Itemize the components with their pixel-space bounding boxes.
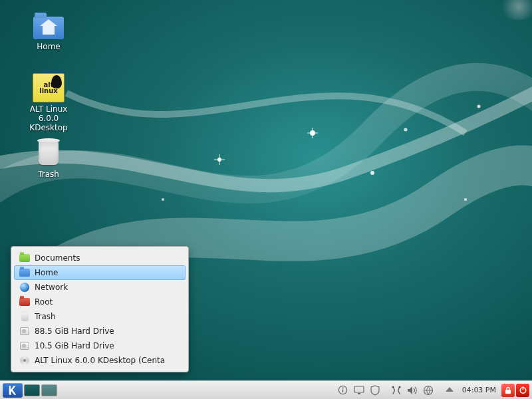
places-item-root[interactable]: Root: [14, 295, 186, 309]
svg-rect-15: [358, 393, 360, 394]
places-item-label: Trash: [35, 312, 56, 321]
svg-point-17: [398, 386, 400, 388]
desktop-icon-label: Trash: [19, 170, 78, 180]
optical-disc-icon: [19, 355, 30, 366]
kde-logo-icon: [7, 384, 19, 396]
places-item-hdd1[interactable]: 88.5 GiB Hard Drive: [14, 324, 186, 338]
volume-icon[interactable]: [405, 384, 420, 397]
lock-screen-button[interactable]: [501, 384, 515, 397]
folder-blue-icon: [19, 267, 30, 278]
trash-icon: [19, 311, 30, 322]
places-item-label: 88.5 GiB Hard Drive: [35, 327, 114, 336]
places-item-label: ALT Linux 6.0.0 KDesktop (Centa: [35, 356, 165, 365]
folder-green-icon: [19, 253, 30, 263]
places-popup: Documents Home Network Root Trash 88.5 G…: [11, 246, 189, 372]
places-item-label: 10.5 GiB Hard Drive: [35, 341, 114, 350]
places-item-disc[interactable]: ALT Linux 6.0.0 KDesktop (Centa: [14, 353, 186, 368]
svg-rect-19: [505, 390, 511, 394]
svg-point-13: [342, 388, 344, 389]
pager-desktop-2[interactable]: [41, 384, 57, 396]
places-item-label: Root: [35, 297, 53, 307]
corner-cashew[interactable]: [499, 0, 532, 20]
desktop-icon-altlinux[interactable]: alt linux ALT Linux 6.0.0 KDesktop: [19, 72, 78, 132]
svg-point-16: [392, 386, 394, 388]
show-desktop-icon[interactable]: [442, 384, 457, 397]
lock-icon: [504, 386, 512, 394]
svg-point-6: [477, 105, 481, 108]
desktop-icon-label: ALT Linux 6.0.0 KDesktop: [19, 105, 78, 132]
places-item-home[interactable]: Home: [14, 265, 186, 280]
info-icon[interactable]: [336, 384, 350, 397]
svg-point-2: [370, 171, 374, 175]
hdd-icon: [19, 340, 30, 351]
pager-desktop-1[interactable]: [24, 384, 40, 396]
svg-point-1: [310, 130, 315, 136]
svg-point-5: [162, 198, 164, 201]
network-icon[interactable]: [421, 384, 436, 397]
power-icon: [519, 386, 527, 394]
clock[interactable]: 04:03 PM: [458, 386, 500, 394]
places-item-trash[interactable]: Trash: [14, 309, 186, 324]
desktop[interactable]: Home alt linux ALT Linux 6.0.0 KDesktop …: [0, 0, 532, 399]
places-item-label: Network: [35, 283, 68, 292]
places-item-network[interactable]: Network: [14, 280, 186, 295]
places-item-label: Documents: [35, 253, 80, 263]
alt-badge-line2: linux: [39, 88, 58, 94]
desktop-icon-home[interactable]: Home: [19, 9, 78, 52]
taskbar: 04:03 PM: [0, 380, 532, 399]
globe-icon: [19, 282, 30, 293]
clipboard-icon[interactable]: [389, 384, 404, 397]
svg-point-3: [404, 128, 408, 132]
security-icon[interactable]: [368, 384, 382, 397]
svg-rect-14: [354, 386, 364, 392]
display-icon[interactable]: [352, 384, 366, 397]
kmenu-button[interactable]: [3, 383, 23, 398]
logout-button[interactable]: [516, 384, 529, 397]
desktop-icon-label: Home: [19, 43, 78, 52]
places-item-documents[interactable]: Documents: [14, 251, 186, 265]
hdd-icon: [19, 326, 30, 336]
desktop-icon-trash[interactable]: Trash: [19, 137, 78, 180]
folder-red-icon: [19, 297, 30, 307]
svg-rect-12: [342, 390, 344, 392]
altlinux-icon: alt linux: [33, 72, 65, 104]
svg-rect-21: [522, 386, 523, 390]
places-item-hdd2[interactable]: 10.5 GiB Hard Drive: [14, 338, 186, 353]
trash-icon: [33, 137, 65, 169]
places-item-label: Home: [35, 268, 58, 277]
home-folder-icon: [33, 9, 65, 41]
svg-point-0: [217, 158, 221, 162]
svg-point-4: [464, 198, 467, 201]
